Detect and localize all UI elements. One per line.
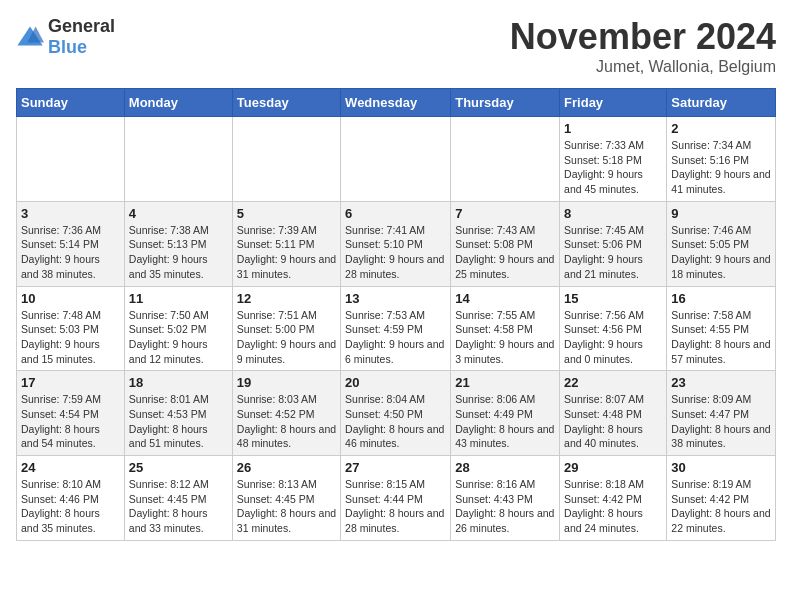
calendar-cell [341, 117, 451, 202]
header-tuesday: Tuesday [232, 89, 340, 117]
day-info: Sunrise: 7:33 AM Sunset: 5:18 PM Dayligh… [564, 138, 662, 197]
day-number: 7 [455, 206, 555, 221]
day-number: 14 [455, 291, 555, 306]
day-info: Sunrise: 8:12 AM Sunset: 4:45 PM Dayligh… [129, 477, 228, 536]
header-monday: Monday [124, 89, 232, 117]
day-number: 11 [129, 291, 228, 306]
day-info: Sunrise: 7:51 AM Sunset: 5:00 PM Dayligh… [237, 308, 336, 367]
calendar-cell: 22Sunrise: 8:07 AM Sunset: 4:48 PM Dayli… [560, 371, 667, 456]
day-info: Sunrise: 8:19 AM Sunset: 4:42 PM Dayligh… [671, 477, 771, 536]
calendar-body: 1Sunrise: 7:33 AM Sunset: 5:18 PM Daylig… [17, 117, 776, 541]
calendar-cell: 2Sunrise: 7:34 AM Sunset: 5:16 PM Daylig… [667, 117, 776, 202]
day-info: Sunrise: 8:16 AM Sunset: 4:43 PM Dayligh… [455, 477, 555, 536]
header-friday: Friday [560, 89, 667, 117]
day-number: 8 [564, 206, 662, 221]
calendar-cell: 23Sunrise: 8:09 AM Sunset: 4:47 PM Dayli… [667, 371, 776, 456]
logo-general: General [48, 16, 115, 36]
day-info: Sunrise: 7:41 AM Sunset: 5:10 PM Dayligh… [345, 223, 446, 282]
calendar-cell: 21Sunrise: 8:06 AM Sunset: 4:49 PM Dayli… [451, 371, 560, 456]
calendar-cell: 7Sunrise: 7:43 AM Sunset: 5:08 PM Daylig… [451, 201, 560, 286]
day-info: Sunrise: 8:06 AM Sunset: 4:49 PM Dayligh… [455, 392, 555, 451]
day-number: 19 [237, 375, 336, 390]
calendar-cell: 3Sunrise: 7:36 AM Sunset: 5:14 PM Daylig… [17, 201, 125, 286]
calendar-cell: 6Sunrise: 7:41 AM Sunset: 5:10 PM Daylig… [341, 201, 451, 286]
day-info: Sunrise: 8:18 AM Sunset: 4:42 PM Dayligh… [564, 477, 662, 536]
week-row-3: 17Sunrise: 7:59 AM Sunset: 4:54 PM Dayli… [17, 371, 776, 456]
calendar-cell: 16Sunrise: 7:58 AM Sunset: 4:55 PM Dayli… [667, 286, 776, 371]
calendar-cell: 11Sunrise: 7:50 AM Sunset: 5:02 PM Dayli… [124, 286, 232, 371]
day-info: Sunrise: 7:56 AM Sunset: 4:56 PM Dayligh… [564, 308, 662, 367]
week-row-4: 24Sunrise: 8:10 AM Sunset: 4:46 PM Dayli… [17, 456, 776, 541]
calendar-cell: 18Sunrise: 8:01 AM Sunset: 4:53 PM Dayli… [124, 371, 232, 456]
day-number: 2 [671, 121, 771, 136]
day-info: Sunrise: 7:55 AM Sunset: 4:58 PM Dayligh… [455, 308, 555, 367]
header-wednesday: Wednesday [341, 89, 451, 117]
day-info: Sunrise: 7:36 AM Sunset: 5:14 PM Dayligh… [21, 223, 120, 282]
logo-icon [16, 23, 44, 51]
calendar-cell: 14Sunrise: 7:55 AM Sunset: 4:58 PM Dayli… [451, 286, 560, 371]
calendar-cell [17, 117, 125, 202]
day-info: Sunrise: 7:48 AM Sunset: 5:03 PM Dayligh… [21, 308, 120, 367]
day-number: 30 [671, 460, 771, 475]
day-number: 25 [129, 460, 228, 475]
day-number: 27 [345, 460, 446, 475]
day-info: Sunrise: 8:15 AM Sunset: 4:44 PM Dayligh… [345, 477, 446, 536]
calendar-cell: 24Sunrise: 8:10 AM Sunset: 4:46 PM Dayli… [17, 456, 125, 541]
day-number: 3 [21, 206, 120, 221]
day-number: 18 [129, 375, 228, 390]
calendar-cell: 28Sunrise: 8:16 AM Sunset: 4:43 PM Dayli… [451, 456, 560, 541]
calendar-cell: 20Sunrise: 8:04 AM Sunset: 4:50 PM Dayli… [341, 371, 451, 456]
day-number: 28 [455, 460, 555, 475]
day-number: 13 [345, 291, 446, 306]
day-number: 21 [455, 375, 555, 390]
calendar-cell: 1Sunrise: 7:33 AM Sunset: 5:18 PM Daylig… [560, 117, 667, 202]
calendar-cell: 13Sunrise: 7:53 AM Sunset: 4:59 PM Dayli… [341, 286, 451, 371]
calendar-cell: 5Sunrise: 7:39 AM Sunset: 5:11 PM Daylig… [232, 201, 340, 286]
calendar-cell: 4Sunrise: 7:38 AM Sunset: 5:13 PM Daylig… [124, 201, 232, 286]
calendar-cell: 10Sunrise: 7:48 AM Sunset: 5:03 PM Dayli… [17, 286, 125, 371]
month-title: November 2024 [510, 16, 776, 58]
day-info: Sunrise: 7:58 AM Sunset: 4:55 PM Dayligh… [671, 308, 771, 367]
day-info: Sunrise: 7:45 AM Sunset: 5:06 PM Dayligh… [564, 223, 662, 282]
week-row-2: 10Sunrise: 7:48 AM Sunset: 5:03 PM Dayli… [17, 286, 776, 371]
calendar-cell: 12Sunrise: 7:51 AM Sunset: 5:00 PM Dayli… [232, 286, 340, 371]
logo-blue: Blue [48, 37, 87, 57]
calendar-cell [232, 117, 340, 202]
day-info: Sunrise: 8:13 AM Sunset: 4:45 PM Dayligh… [237, 477, 336, 536]
day-info: Sunrise: 8:01 AM Sunset: 4:53 PM Dayligh… [129, 392, 228, 451]
header-saturday: Saturday [667, 89, 776, 117]
header-thursday: Thursday [451, 89, 560, 117]
calendar-cell: 17Sunrise: 7:59 AM Sunset: 4:54 PM Dayli… [17, 371, 125, 456]
day-number: 17 [21, 375, 120, 390]
day-number: 23 [671, 375, 771, 390]
day-number: 9 [671, 206, 771, 221]
day-info: Sunrise: 7:50 AM Sunset: 5:02 PM Dayligh… [129, 308, 228, 367]
calendar-table: SundayMondayTuesdayWednesdayThursdayFrid… [16, 88, 776, 541]
calendar-cell: 25Sunrise: 8:12 AM Sunset: 4:45 PM Dayli… [124, 456, 232, 541]
week-row-1: 3Sunrise: 7:36 AM Sunset: 5:14 PM Daylig… [17, 201, 776, 286]
day-number: 26 [237, 460, 336, 475]
day-number: 12 [237, 291, 336, 306]
calendar-cell [451, 117, 560, 202]
calendar-cell [124, 117, 232, 202]
day-number: 20 [345, 375, 446, 390]
day-info: Sunrise: 7:59 AM Sunset: 4:54 PM Dayligh… [21, 392, 120, 451]
day-info: Sunrise: 7:53 AM Sunset: 4:59 PM Dayligh… [345, 308, 446, 367]
day-number: 15 [564, 291, 662, 306]
calendar-cell: 30Sunrise: 8:19 AM Sunset: 4:42 PM Dayli… [667, 456, 776, 541]
location-title: Jumet, Wallonia, Belgium [510, 58, 776, 76]
calendar-cell: 15Sunrise: 7:56 AM Sunset: 4:56 PM Dayli… [560, 286, 667, 371]
calendar-cell: 8Sunrise: 7:45 AM Sunset: 5:06 PM Daylig… [560, 201, 667, 286]
day-info: Sunrise: 7:46 AM Sunset: 5:05 PM Dayligh… [671, 223, 771, 282]
day-info: Sunrise: 8:10 AM Sunset: 4:46 PM Dayligh… [21, 477, 120, 536]
day-number: 10 [21, 291, 120, 306]
day-number: 6 [345, 206, 446, 221]
header-sunday: Sunday [17, 89, 125, 117]
calendar-cell: 29Sunrise: 8:18 AM Sunset: 4:42 PM Dayli… [560, 456, 667, 541]
title-area: November 2024 Jumet, Wallonia, Belgium [510, 16, 776, 76]
day-info: Sunrise: 8:09 AM Sunset: 4:47 PM Dayligh… [671, 392, 771, 451]
day-number: 22 [564, 375, 662, 390]
day-info: Sunrise: 7:43 AM Sunset: 5:08 PM Dayligh… [455, 223, 555, 282]
day-number: 4 [129, 206, 228, 221]
day-info: Sunrise: 7:38 AM Sunset: 5:13 PM Dayligh… [129, 223, 228, 282]
